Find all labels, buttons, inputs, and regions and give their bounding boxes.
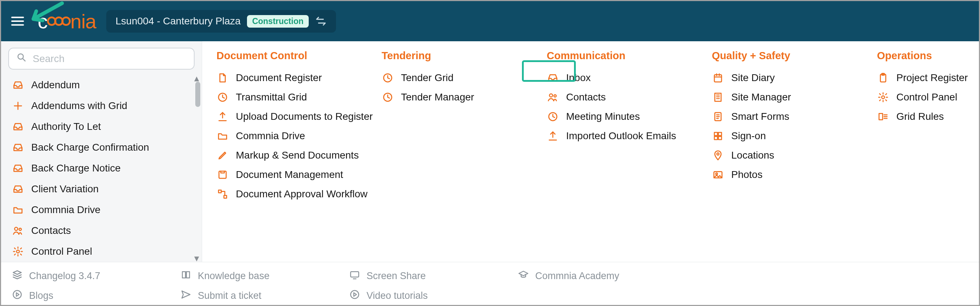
mega-column-title: Document Control xyxy=(216,50,374,62)
mega-item[interactable]: Upload Documents to Register xyxy=(216,107,374,126)
sidebar-item[interactable]: Commnia Drive xyxy=(1,200,202,220)
footer-link[interactable]: Changelog 3.4.7 xyxy=(12,267,181,285)
footer-link[interactable]: Commnia Academy xyxy=(518,267,687,285)
footer-link-label: Changelog 3.4.7 xyxy=(29,271,100,282)
mega-column: TenderingTender GridTender Manager xyxy=(382,50,539,262)
mega-item-label: Site Diary xyxy=(731,72,775,84)
mega-item[interactable]: Tender Manager xyxy=(382,87,539,107)
footer-link[interactable]: Video tutorials xyxy=(349,287,518,304)
mega-item[interactable]: Locations xyxy=(712,146,870,165)
footer-link-label: Blogs xyxy=(29,290,54,301)
project-selector[interactable]: Lsun004 - Canterbury Plaza Construction xyxy=(106,10,336,33)
logo-text-nia: nia xyxy=(70,10,96,33)
sidebar-item-label: Control Panel xyxy=(31,246,92,257)
mega-column: Document ControlDocument RegisterTransmi… xyxy=(216,50,374,262)
sidebar-item[interactable]: Authority To Let xyxy=(1,116,202,137)
pin-icon xyxy=(712,149,724,162)
mega-item[interactable]: Project Register xyxy=(877,68,980,87)
gear-icon xyxy=(877,91,889,103)
sidebar-item[interactable]: Client Variation xyxy=(1,179,202,200)
swap-project-icon[interactable] xyxy=(315,16,327,27)
sidebar-item[interactable]: Addendum xyxy=(1,75,202,95)
mega-item[interactable]: Commnia Drive xyxy=(216,126,374,146)
project-label: Lsun004 - Canterbury Plaza xyxy=(116,16,241,27)
footer-link[interactable]: Knowledge base xyxy=(181,267,349,285)
footer-link[interactable]: Screen Share xyxy=(349,267,518,285)
mega-item[interactable]: Inbox xyxy=(547,68,705,87)
mega-item[interactable]: Site Manager xyxy=(712,87,870,107)
clock-icon xyxy=(382,72,394,84)
mega-item-label: Imported Outlook Emails xyxy=(566,130,676,142)
mega-item[interactable]: Control Panel xyxy=(877,87,980,107)
mega-item[interactable]: Document Approval Workflow xyxy=(216,184,374,204)
mega-item-label: Document Approval Workflow xyxy=(236,188,368,200)
footer-link-label: Knowledge base xyxy=(198,271,270,282)
mega-item[interactable]: Photos xyxy=(712,165,870,184)
sidebar-item[interactable]: Control Panel xyxy=(1,241,202,262)
footer-link-label: Submit a ticket xyxy=(198,290,261,301)
mega-item-label: Document Register xyxy=(236,72,322,84)
sidebar-item-label: Addendum xyxy=(31,79,80,91)
sidebar-item[interactable]: Addendums with Grid xyxy=(1,95,202,116)
rules-icon xyxy=(877,111,889,123)
mega-column-title: Operations xyxy=(877,50,980,62)
form-icon xyxy=(712,111,724,123)
grid-icon xyxy=(712,130,724,142)
scroll-up-icon[interactable]: ▴ xyxy=(193,75,200,82)
mega-menu: Document ControlDocument RegisterTransmi… xyxy=(202,41,980,262)
inbox-icon xyxy=(12,183,24,195)
sidebar-item-label: Authority To Let xyxy=(31,121,101,132)
mega-item[interactable]: Document Register xyxy=(216,68,374,87)
mega-item[interactable]: Meeting Minutes xyxy=(547,107,705,126)
hamburger-menu-button[interactable] xyxy=(8,11,28,31)
mega-item[interactable]: Transmittal Grid xyxy=(216,87,374,107)
mega-item[interactable]: Grid Rules xyxy=(877,107,980,126)
mega-item[interactable]: Site Diary xyxy=(712,68,870,87)
mega-column: Quality + SafetySite DiarySite ManagerSm… xyxy=(712,50,870,262)
footer-link[interactable]: Submit a ticket xyxy=(181,287,349,304)
building-icon xyxy=(712,91,724,103)
folder-icon xyxy=(216,130,229,142)
send-icon xyxy=(181,289,191,303)
sidebar-item[interactable]: Contacts xyxy=(1,220,202,241)
mega-item[interactable]: Document Management xyxy=(216,165,374,184)
sidebar-list[interactable]: ▴ ▾ AddendumAddendums with GridAuthority… xyxy=(1,75,202,262)
mega-item[interactable]: Markup & Send Documents xyxy=(216,146,374,165)
mega-item-label: Commnia Drive xyxy=(236,130,305,142)
search-icon xyxy=(16,52,27,65)
mega-item-label: Meeting Minutes xyxy=(566,111,640,122)
inbox-icon xyxy=(12,79,24,91)
mega-item[interactable]: Imported Outlook Emails xyxy=(547,126,705,146)
scrollbar-thumb[interactable] xyxy=(195,82,200,107)
mega-item-label: Site Manager xyxy=(731,92,791,103)
mega-item[interactable]: Contacts xyxy=(547,87,705,107)
filebox-icon xyxy=(216,169,229,181)
play-circle-icon xyxy=(349,289,360,303)
mega-item[interactable]: Tender Grid xyxy=(382,68,539,87)
mega-item-label: Control Panel xyxy=(896,92,958,103)
project-phase-badge: Construction xyxy=(247,15,309,28)
people-icon xyxy=(12,225,24,237)
logo-text-c: c xyxy=(38,10,48,33)
search-input[interactable] xyxy=(32,53,187,65)
clipboard-icon xyxy=(877,72,889,84)
mega-item[interactable]: Sign-on xyxy=(712,126,870,146)
footer: Changelog 3.4.7Blogs Knowledge baseSubmi… xyxy=(1,262,979,305)
mega-item-label: Tender Grid xyxy=(401,72,453,84)
sidebar-item-label: Contacts xyxy=(31,225,71,236)
mega-column-title: Communication xyxy=(547,50,705,62)
plus-icon xyxy=(12,100,24,112)
gear-icon xyxy=(12,246,24,258)
inbox-icon xyxy=(547,72,559,84)
mega-item-label: Inbox xyxy=(566,72,591,84)
mega-item[interactable]: Smart Forms xyxy=(712,107,870,126)
search-box[interactable] xyxy=(8,48,194,70)
people-icon xyxy=(547,91,559,103)
sidebar-item[interactable]: Back Charge Notice xyxy=(1,158,202,179)
sidebar-item-label: Commnia Drive xyxy=(31,204,100,216)
mega-column: OperationsProject RegisterControl PanelG… xyxy=(877,50,980,262)
sidebar-item[interactable]: Back Charge Confirmation xyxy=(1,137,202,158)
footer-link[interactable]: Blogs xyxy=(12,287,181,304)
scroll-down-icon[interactable]: ▾ xyxy=(193,255,200,262)
clock-icon xyxy=(216,91,229,103)
